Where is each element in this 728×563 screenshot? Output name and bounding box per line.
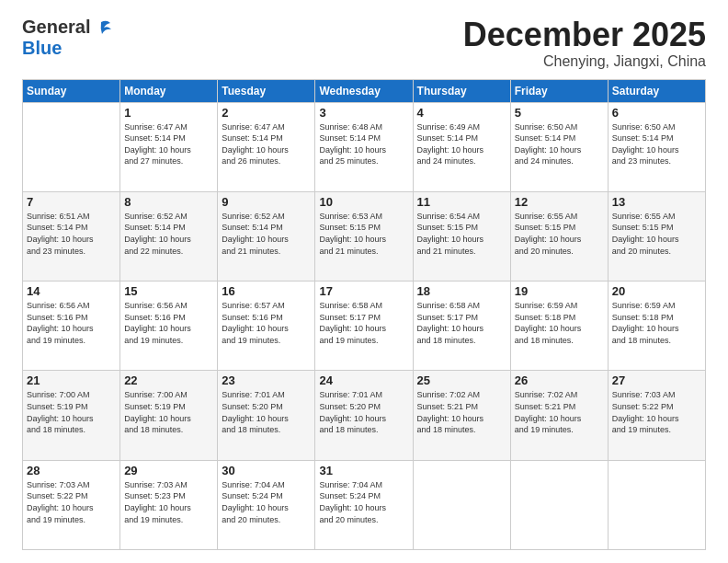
day-cell: 27Sunrise: 7:03 AM Sunset: 5:22 PM Dayli… [608, 371, 705, 460]
day-cell: 5Sunrise: 6:50 AM Sunset: 5:14 PM Daylig… [510, 102, 608, 191]
day-info: Sunrise: 6:52 AM Sunset: 5:14 PM Dayligh… [222, 211, 311, 257]
day-info: Sunrise: 6:56 AM Sunset: 5:16 PM Dayligh… [27, 300, 116, 346]
day-number: 24 [319, 373, 408, 387]
day-cell: 31Sunrise: 7:04 AM Sunset: 5:24 PM Dayli… [315, 460, 413, 549]
day-info: Sunrise: 6:53 AM Sunset: 5:15 PM Dayligh… [319, 211, 408, 257]
day-number: 25 [417, 373, 506, 387]
day-info: Sunrise: 7:02 AM Sunset: 5:21 PM Dayligh… [417, 389, 506, 435]
day-cell: 20Sunrise: 6:59 AM Sunset: 5:18 PM Dayli… [608, 282, 705, 371]
day-cell: 25Sunrise: 7:02 AM Sunset: 5:21 PM Dayli… [413, 371, 510, 460]
day-info: Sunrise: 6:58 AM Sunset: 5:17 PM Dayligh… [319, 300, 408, 346]
week-row-4: 21Sunrise: 7:00 AM Sunset: 5:19 PM Dayli… [23, 371, 706, 460]
day-number: 28 [27, 464, 116, 477]
day-cell: 16Sunrise: 6:57 AM Sunset: 5:16 PM Dayli… [218, 282, 315, 371]
day-info: Sunrise: 6:49 AM Sunset: 5:14 PM Dayligh… [417, 121, 506, 167]
day-info: Sunrise: 6:57 AM Sunset: 5:16 PM Dayligh… [222, 300, 311, 346]
calendar-month-title: December 2025 [463, 17, 706, 53]
day-cell: 21Sunrise: 7:00 AM Sunset: 5:19 PM Dayli… [23, 371, 120, 460]
day-info: Sunrise: 7:02 AM Sunset: 5:21 PM Dayligh… [515, 389, 604, 435]
day-info: Sunrise: 6:54 AM Sunset: 5:15 PM Dayligh… [417, 211, 506, 257]
day-number: 27 [612, 373, 701, 387]
day-info: Sunrise: 7:03 AM Sunset: 5:22 PM Dayligh… [612, 389, 701, 435]
day-cell: 2Sunrise: 6:47 AM Sunset: 5:14 PM Daylig… [218, 102, 315, 191]
day-info: Sunrise: 6:55 AM Sunset: 5:15 PM Dayligh… [612, 211, 701, 257]
day-info: Sunrise: 7:01 AM Sunset: 5:20 PM Dayligh… [319, 389, 408, 435]
day-number: 6 [612, 106, 701, 120]
day-cell: 13Sunrise: 6:55 AM Sunset: 5:15 PM Dayli… [608, 191, 705, 281]
day-info: Sunrise: 6:50 AM Sunset: 5:14 PM Dayligh… [612, 121, 701, 167]
day-number: 12 [515, 195, 604, 209]
day-number: 22 [124, 373, 213, 387]
day-cell: 11Sunrise: 6:54 AM Sunset: 5:15 PM Dayli… [413, 191, 510, 281]
calendar-location: Chenying, Jiangxi, China [463, 53, 706, 70]
header: General Blue December 2025 Chenying, Jia… [22, 17, 706, 70]
day-number: 3 [319, 106, 408, 120]
day-info: Sunrise: 6:47 AM Sunset: 5:14 PM Dayligh… [222, 121, 311, 167]
week-row-1: 1Sunrise: 6:47 AM Sunset: 5:14 PM Daylig… [23, 102, 706, 191]
header-saturday: Saturday [608, 79, 705, 102]
title-block: December 2025 Chenying, Jiangxi, China [463, 17, 706, 70]
day-cell: 30Sunrise: 7:04 AM Sunset: 5:24 PM Dayli… [218, 460, 315, 549]
day-number: 15 [124, 284, 213, 298]
day-number: 7 [27, 195, 116, 209]
day-number: 18 [417, 284, 506, 298]
day-number: 9 [222, 195, 311, 209]
header-monday: Monday [120, 79, 218, 102]
logo-general: General [22, 17, 90, 38]
day-number: 21 [27, 373, 116, 387]
day-info: Sunrise: 7:04 AM Sunset: 5:24 PM Dayligh… [222, 479, 311, 525]
day-cell: 22Sunrise: 7:00 AM Sunset: 5:19 PM Dayli… [120, 371, 218, 460]
day-number: 8 [124, 195, 213, 209]
day-info: Sunrise: 6:48 AM Sunset: 5:14 PM Dayligh… [319, 121, 408, 167]
day-cell: 17Sunrise: 6:58 AM Sunset: 5:17 PM Dayli… [315, 282, 413, 371]
day-cell [23, 102, 120, 191]
day-number: 31 [319, 464, 408, 477]
logo-bird-icon [92, 18, 112, 37]
header-friday: Friday [510, 79, 608, 102]
week-row-2: 7Sunrise: 6:51 AM Sunset: 5:14 PM Daylig… [23, 191, 706, 281]
day-info: Sunrise: 7:04 AM Sunset: 5:24 PM Dayligh… [319, 479, 408, 525]
day-number: 26 [515, 373, 604, 387]
day-cell [510, 460, 608, 549]
header-tuesday: Tuesday [218, 79, 315, 102]
day-number: 2 [222, 106, 311, 120]
day-cell: 3Sunrise: 6:48 AM Sunset: 5:14 PM Daylig… [315, 102, 413, 191]
day-number: 5 [515, 106, 604, 120]
day-cell: 15Sunrise: 6:56 AM Sunset: 5:16 PM Dayli… [120, 282, 218, 371]
day-cell: 10Sunrise: 6:53 AM Sunset: 5:15 PM Dayli… [315, 191, 413, 281]
day-number: 1 [124, 106, 213, 120]
day-info: Sunrise: 6:56 AM Sunset: 5:16 PM Dayligh… [124, 300, 213, 346]
day-number: 20 [612, 284, 701, 298]
day-info: Sunrise: 7:01 AM Sunset: 5:20 PM Dayligh… [222, 389, 311, 435]
calendar-table: Sunday Monday Tuesday Wednesday Thursday… [22, 79, 706, 550]
day-number: 19 [515, 284, 604, 298]
day-info: Sunrise: 6:52 AM Sunset: 5:14 PM Dayligh… [124, 211, 213, 257]
day-cell: 12Sunrise: 6:55 AM Sunset: 5:15 PM Dayli… [510, 191, 608, 281]
day-info: Sunrise: 7:03 AM Sunset: 5:23 PM Dayligh… [124, 479, 213, 525]
weekday-header-row: Sunday Monday Tuesday Wednesday Thursday… [23, 79, 706, 102]
day-info: Sunrise: 6:59 AM Sunset: 5:18 PM Dayligh… [612, 300, 701, 346]
day-info: Sunrise: 7:00 AM Sunset: 5:19 PM Dayligh… [124, 389, 213, 435]
day-info: Sunrise: 6:58 AM Sunset: 5:17 PM Dayligh… [417, 300, 506, 346]
day-cell: 8Sunrise: 6:52 AM Sunset: 5:14 PM Daylig… [120, 191, 218, 281]
day-number: 14 [27, 284, 116, 298]
week-row-3: 14Sunrise: 6:56 AM Sunset: 5:16 PM Dayli… [23, 282, 706, 371]
day-cell: 4Sunrise: 6:49 AM Sunset: 5:14 PM Daylig… [413, 102, 510, 191]
day-cell: 7Sunrise: 6:51 AM Sunset: 5:14 PM Daylig… [23, 191, 120, 281]
day-number: 11 [417, 195, 506, 209]
day-cell: 26Sunrise: 7:02 AM Sunset: 5:21 PM Dayli… [510, 371, 608, 460]
day-number: 4 [417, 106, 506, 120]
day-cell: 9Sunrise: 6:52 AM Sunset: 5:14 PM Daylig… [218, 191, 315, 281]
header-wednesday: Wednesday [315, 79, 413, 102]
day-number: 29 [124, 464, 213, 477]
day-number: 16 [222, 284, 311, 298]
logo: General Blue [22, 17, 112, 59]
day-cell: 29Sunrise: 7:03 AM Sunset: 5:23 PM Dayli… [120, 460, 218, 549]
day-cell: 6Sunrise: 6:50 AM Sunset: 5:14 PM Daylig… [608, 102, 705, 191]
page: General Blue December 2025 Chenying, Jia… [0, 0, 728, 563]
day-info: Sunrise: 6:51 AM Sunset: 5:14 PM Dayligh… [27, 211, 116, 257]
header-sunday: Sunday [23, 79, 120, 102]
day-info: Sunrise: 6:50 AM Sunset: 5:14 PM Dayligh… [515, 121, 604, 167]
logo-blue: Blue [22, 38, 62, 59]
day-info: Sunrise: 6:59 AM Sunset: 5:18 PM Dayligh… [515, 300, 604, 346]
